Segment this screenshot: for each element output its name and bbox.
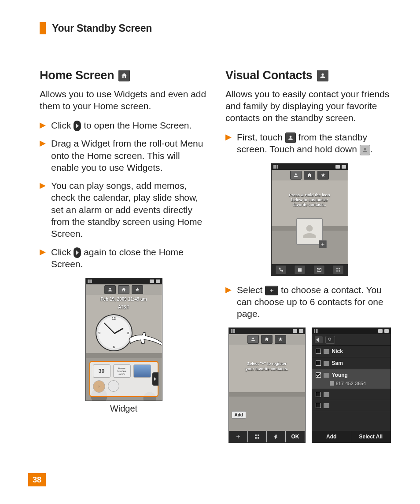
visual-contacts-heading: Visual Contacts bbox=[225, 69, 394, 82]
phone-date: Feb 19, 2009 11:49 am bbox=[86, 297, 162, 302]
dock-apps-icon[interactable] bbox=[333, 265, 343, 274]
contact-row[interactable] bbox=[312, 389, 391, 400]
visual-contacts-step-1: ▶ First, touch from the standby screen. … bbox=[225, 131, 394, 155]
dock-messages-icon[interactable] bbox=[314, 265, 324, 274]
checkbox-icon[interactable] bbox=[316, 349, 321, 354]
signal-icon bbox=[88, 280, 92, 283]
step-text: You can play songs, add memos, check the… bbox=[51, 180, 202, 239]
checkbox-icon[interactable] bbox=[316, 392, 321, 397]
contact-name: Sam bbox=[332, 360, 343, 366]
bottom-plus-btn[interactable] bbox=[229, 431, 248, 442]
tab-home-icon[interactable] bbox=[118, 285, 129, 294]
bullet-icon: ▶ bbox=[40, 120, 46, 130]
step-text: Click bbox=[51, 120, 74, 130]
phone-vc1-body: Press & Hold the icon below to customize… bbox=[272, 180, 348, 264]
header-accent bbox=[40, 22, 46, 34]
tab-favorites-icon[interactable] bbox=[132, 285, 143, 294]
contact-row[interactable] bbox=[312, 400, 391, 411]
contact-placeholder-icon bbox=[360, 145, 370, 155]
search-icon[interactable] bbox=[325, 336, 335, 344]
contact-type-icon bbox=[324, 373, 329, 378]
music-widget-icon[interactable]: ♪ bbox=[93, 380, 105, 393]
visual-contacts-figure-2: Select "+" to register your favorite con… bbox=[225, 327, 394, 443]
column-home-screen: Home Screen Allows you to use Widgets an… bbox=[40, 69, 208, 443]
phone-home-body: Feb 19, 2009 11:49 am AT&T 123 69 30 Hom… bbox=[86, 295, 162, 401]
overlay-line: Select "+" to register bbox=[247, 361, 286, 366]
contact-list-bottom-bar: Add Select All bbox=[312, 431, 391, 442]
contact-name: Young bbox=[332, 372, 348, 378]
photo-widget-icon[interactable] bbox=[133, 364, 151, 378]
widget-tray[interactable]: 30 Home hoehee 12:00 ♪ bbox=[89, 361, 158, 397]
select-all-button[interactable]: Select All bbox=[351, 431, 391, 442]
step-text: First, touch bbox=[237, 132, 285, 142]
home-screen-heading: Home Screen bbox=[40, 69, 208, 82]
memo-line: 12:00 bbox=[118, 372, 125, 375]
svg-point-0 bbox=[336, 268, 338, 269]
phone-status-bar bbox=[86, 278, 162, 284]
phone-home-screen: Feb 19, 2009 11:49 am AT&T 123 69 30 Hom… bbox=[85, 278, 162, 401]
home-screen-desc: Allows you to use Widgets and even add t… bbox=[40, 88, 208, 112]
bluetooth-icon bbox=[150, 280, 154, 283]
tab-contacts-icon[interactable] bbox=[104, 285, 116, 294]
step-text: Drag a Widget from the roll-out Menu ont… bbox=[51, 138, 203, 173]
bullet-icon: ▶ bbox=[40, 247, 46, 257]
tab-contacts-icon[interactable] bbox=[290, 171, 302, 180]
checkbox-icon[interactable] bbox=[316, 403, 321, 408]
battery-icon bbox=[384, 329, 389, 333]
svg-rect-6 bbox=[255, 438, 257, 439]
contact-list-body[interactable]: Nick Sam Young 617-452-3654 bbox=[312, 346, 391, 431]
phone-carrier: AT&T bbox=[86, 305, 162, 309]
contact-type-icon bbox=[324, 349, 329, 354]
overlay-line: below to customize bbox=[291, 198, 328, 202]
tab-home-icon[interactable] bbox=[261, 335, 273, 344]
tab-home-icon[interactable] bbox=[304, 171, 315, 180]
bullet-icon: ▶ bbox=[40, 180, 46, 191]
memo-widget-icon[interactable]: Home hoehee 12:00 bbox=[113, 364, 131, 378]
contact-row[interactable]: Nick bbox=[312, 346, 391, 357]
contact-type-icon bbox=[324, 392, 329, 397]
column-visual-contacts: Visual Contacts Allows you to easily con… bbox=[225, 69, 394, 443]
phone-top-tabs bbox=[229, 334, 305, 345]
step-open-home: ▶ Click to open the Home Screen. bbox=[40, 119, 208, 131]
phone-top-tabs bbox=[272, 170, 348, 180]
contact-name: Nick bbox=[332, 348, 343, 354]
contact-row-selected[interactable]: Young 617-452-3654 bbox=[312, 369, 391, 389]
visual-contacts-step-2: ▶ Select to choose a contact. You can ch… bbox=[225, 284, 394, 320]
home-screen-figure: Feb 19, 2009 11:49 am AT&T 123 69 30 Hom… bbox=[40, 278, 208, 414]
tab-contacts-icon[interactable] bbox=[247, 335, 259, 344]
svg-rect-5 bbox=[258, 435, 259, 437]
add-button[interactable]: Add bbox=[312, 431, 352, 442]
page-header: Your Standby Screen bbox=[40, 22, 394, 34]
step-select-contacts: ▶ Select to choose a contact. You can ch… bbox=[225, 284, 394, 320]
clock-widget-icon[interactable] bbox=[108, 380, 119, 392]
dock-contacts-icon[interactable] bbox=[295, 265, 305, 274]
step-close-home: ▶ Click again to close the Home Screen. bbox=[40, 246, 208, 270]
bullet-icon: ▶ bbox=[40, 138, 46, 148]
tray-handle-icon[interactable] bbox=[152, 372, 158, 386]
bluetooth-icon bbox=[378, 329, 383, 333]
widget-caption: Widget bbox=[110, 404, 137, 414]
bottom-pin-btn[interactable] bbox=[267, 431, 286, 442]
checkbox-checked-icon[interactable] bbox=[316, 372, 321, 378]
calendar-widget-icon[interactable]: 30 bbox=[93, 364, 111, 378]
contact-row[interactable]: Sam bbox=[312, 357, 391, 369]
home-icon bbox=[118, 70, 130, 81]
add-contact-overlay-icon[interactable] bbox=[319, 240, 327, 248]
page-title: Your Standby Screen bbox=[52, 22, 152, 34]
step-drag-widget: ▶ Drag a Widget from the roll-out Menu o… bbox=[40, 137, 208, 173]
step-text: Click bbox=[51, 247, 74, 257]
back-icon[interactable] bbox=[315, 336, 323, 343]
overlay-line: favorite contacts. bbox=[293, 202, 326, 207]
tab-favorites-icon[interactable] bbox=[317, 171, 329, 180]
arrow-handle-icon bbox=[74, 247, 81, 258]
bottom-ok-btn[interactable]: OK bbox=[286, 431, 305, 442]
dock-dialer-icon[interactable] bbox=[276, 265, 286, 274]
arrow-handle-icon bbox=[74, 121, 81, 131]
bottom-grid-btn[interactable] bbox=[248, 431, 267, 442]
checkbox-icon[interactable] bbox=[316, 361, 321, 366]
svg-point-1 bbox=[339, 268, 340, 269]
signal-icon bbox=[273, 165, 278, 169]
tab-favorites-icon[interactable] bbox=[275, 335, 286, 344]
signal-icon bbox=[231, 329, 235, 333]
bullet-icon: ▶ bbox=[225, 132, 232, 142]
